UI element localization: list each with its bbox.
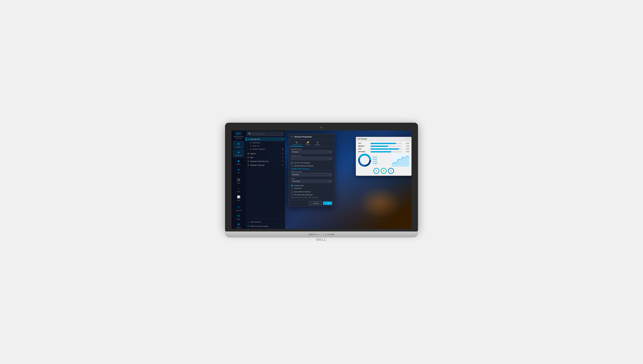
disk-bar-fill xyxy=(371,148,399,150)
active-conn-name: W10 with GPU xyxy=(250,138,260,140)
app-name-group: Application Name SF Excel ▼ xyxy=(291,148,332,154)
cpu-resource-row: CPU 2575 xyxy=(358,142,409,144)
submenu-reset-vm[interactable]: ↺ Reset VM xyxy=(246,144,285,148)
network-resource-row: NETWORK 2575 xyxy=(358,151,409,152)
tab-connection[interactable]: 🔌 CONNECTION xyxy=(290,140,303,146)
ok-check-icon: ✓ xyxy=(326,202,327,204)
minimize-icon[interactable]: ─ xyxy=(405,138,406,140)
app-name-select[interactable]: SF Excel ▼ xyxy=(291,150,332,154)
vmware-conn-icon: ◉ xyxy=(247,152,249,154)
cancel-label: CANCEL xyxy=(313,202,319,204)
sidebar-label-vm-menu: VM Menu xyxy=(236,146,241,148)
network-bar-track xyxy=(371,151,402,152)
sidebar-item-vmware[interactable]: ◉ VMware xyxy=(233,158,244,166)
sidebar: DELL 15/05/2020 Friday 06:40 PM ⊞ VM Men… xyxy=(231,130,246,229)
memory-value: 1768 xyxy=(403,146,409,147)
sidebar-item-sysinfo[interactable]: ℹ System Info xyxy=(233,204,244,212)
app-name-value: SF Excel xyxy=(292,151,298,153)
sidebar-item-shutdown[interactable]: ⏻ Shutdown xyxy=(233,221,244,229)
sidebar-item-citrix[interactable]: ◈ Citrix xyxy=(233,166,244,174)
active-conn-gear-icon[interactable]: ⚙ xyxy=(282,138,283,140)
citrix-icon: ◈ xyxy=(236,168,241,172)
sidebar-item-settings[interactable]: ⚙ Settings xyxy=(233,212,244,221)
disk-bar-track xyxy=(371,148,402,150)
sidebar-item-display[interactable]: 📊 Display xyxy=(233,194,244,202)
memory-bar-track xyxy=(371,146,402,147)
global-settings-label: Global Connection Settings xyxy=(250,226,268,227)
citrix-gear-icon[interactable]: ⚙ xyxy=(282,156,283,158)
fullscreen-radio[interactable]: Full screen xyxy=(291,187,332,189)
alternate-checkbox-label: Alternate address via firewall xyxy=(294,165,313,166)
connection-panel: 🔍 Type to start search 🖥 W10 with GPU ⚙ … xyxy=(246,130,285,229)
reconnect-checkbox-box[interactable] xyxy=(291,194,293,196)
alternate-checkbox-box[interactable] xyxy=(291,165,293,167)
fullscreen-radio-dot[interactable] xyxy=(291,187,293,189)
screen-content: DELL 15/05/2020 Friday 06:40 PM ⊞ VM Men… xyxy=(231,130,412,229)
http-checkbox-box[interactable]: ✓ xyxy=(291,162,293,164)
sidebar-item-w10gpu[interactable]: 🖥 W10 with GPU xyxy=(233,149,244,158)
active-connection-item[interactable]: 🖥 W10 with GPU ⚙ xyxy=(246,137,285,141)
shutdown-icon: ⏻ xyxy=(236,222,241,226)
add-connection-item[interactable]: ＋ Add Connection xyxy=(246,220,285,224)
reconnect-label: Re-connect after disconnect xyxy=(294,194,313,196)
sidebar-item-broker[interactable]: ⬛ Broker xyxy=(233,177,244,185)
sidebar-item-vm-menu[interactable]: ⊞ VM Menu xyxy=(233,141,244,149)
win10gpu-gear-icon[interactable]: ⚙ xyxy=(282,160,283,162)
tab-options[interactable]: ⚙ OPTIONS xyxy=(312,140,323,146)
search-bar[interactable]: 🔍 Type to start search xyxy=(247,132,284,136)
main-area: 🔍 Type to start search 🖥 W10 with GPU ⚙ … xyxy=(246,130,412,229)
alternate-address-checkbox[interactable]: Alternate address via firewall xyxy=(291,165,332,167)
reconnect-seconds-value[interactable]: 20 xyxy=(308,196,312,198)
encryption-select[interactable]: -- ▼ xyxy=(291,157,332,160)
task-manager-window: Task Manager ─ □ ✕ CPU xyxy=(356,137,412,176)
laptop-base xyxy=(225,232,418,238)
auto-connect-checkbox-box[interactable] xyxy=(291,190,293,193)
http-browsing-checkbox[interactable]: ✓ Use HTTP for browsing xyxy=(291,162,332,164)
cancel-button[interactable]: ✕ CANCEL xyxy=(309,202,322,205)
dialog-header: ⚙ Session Properties xyxy=(289,134,334,140)
maximize-icon[interactable]: □ xyxy=(407,138,408,140)
encryption-group: Encryption Level -- ▼ xyxy=(291,155,332,160)
sidebar-label-broker: Broker xyxy=(237,182,240,184)
session-props-icon: ⚙ xyxy=(250,148,251,150)
reconnect-seconds-row: Display before re-connecting: 20 second(… xyxy=(291,196,332,198)
close-icon[interactable]: ✕ xyxy=(409,138,410,140)
conn-vmware[interactable]: ◉ VMware ⚙ xyxy=(246,152,285,156)
submenu-disconnect[interactable]: ⊗ Disconnect xyxy=(246,141,285,144)
vmware-gear-icon[interactable]: ⚙ xyxy=(282,153,283,154)
tab-logon[interactable]: 🔑 LOGON xyxy=(303,140,312,146)
sidebar-item-audio[interactable]: ♪ Audio xyxy=(233,185,244,193)
submenu-session-properties[interactable]: ⚙ Session Properties ▶ xyxy=(246,148,285,151)
network-value: 2575 xyxy=(403,151,409,152)
dialog-title: Session Properties xyxy=(294,136,312,138)
sidebar-label-sysinfo: System Info xyxy=(236,210,241,211)
vm-menu-icon: ⊞ xyxy=(236,142,241,146)
conn-win10gpu[interactable]: 🖥 Windows 10 with GPU and... ⚙ xyxy=(246,159,285,163)
global-settings-item[interactable]: ⚙ Global Connection Settings xyxy=(246,224,285,228)
window-mode-radio-dot[interactable] xyxy=(291,184,293,186)
encryption-value: -- xyxy=(292,158,293,159)
conn-win7pool[interactable]: 🖥 Windows7_790_pool ⚙ xyxy=(246,163,285,167)
laptop-screen: DELL 15/05/2020 Friday 06:40 PM ⊞ VM Men… xyxy=(231,130,412,229)
window-mode-radio[interactable]: Window mode xyxy=(291,184,332,186)
tm-circle-label-1: 55 xyxy=(383,170,385,172)
dialog-tabs: 🔌 CONNECTION 🔑 LOGON ⚙ OPTIONS xyxy=(289,140,334,147)
memory-resource-row: MEMORY 1768 xyxy=(358,146,409,147)
auto-connect-checkbox[interactable]: Auto-connect on start-up xyxy=(291,190,332,193)
colors-group: Colors True Colors ▼ xyxy=(291,178,332,183)
display-resolution-select[interactable]: Seamless ▼ xyxy=(291,173,332,176)
task-manager-titlebar: Task Manager ─ □ ✕ xyxy=(356,137,411,141)
audio-icon: ♪ xyxy=(236,186,241,190)
session-properties-dialog: ⚙ Session Properties 🔌 CONNECTION 🔑 xyxy=(288,134,335,206)
memory-label: MEMORY xyxy=(358,146,369,147)
tm-circle-0: 84 xyxy=(373,168,379,174)
disk-resource-row: DISK 3102 xyxy=(358,148,409,150)
colors-select[interactable]: True Colors ▼ xyxy=(291,180,332,183)
reconnect-checkbox[interactable]: Re-connect after disconnect xyxy=(291,194,332,196)
win7pool-conn-icon: 🖥 xyxy=(247,164,249,166)
conn-citrix[interactable]: ◈ Citrix ⚙ xyxy=(246,156,285,159)
ok-button[interactable]: ✓ OK xyxy=(323,202,332,205)
win7pool-gear-icon[interactable]: ⚙ xyxy=(282,164,283,166)
sparkline-area xyxy=(392,154,409,166)
sidebar-label-citrix: Citrix xyxy=(237,172,240,174)
